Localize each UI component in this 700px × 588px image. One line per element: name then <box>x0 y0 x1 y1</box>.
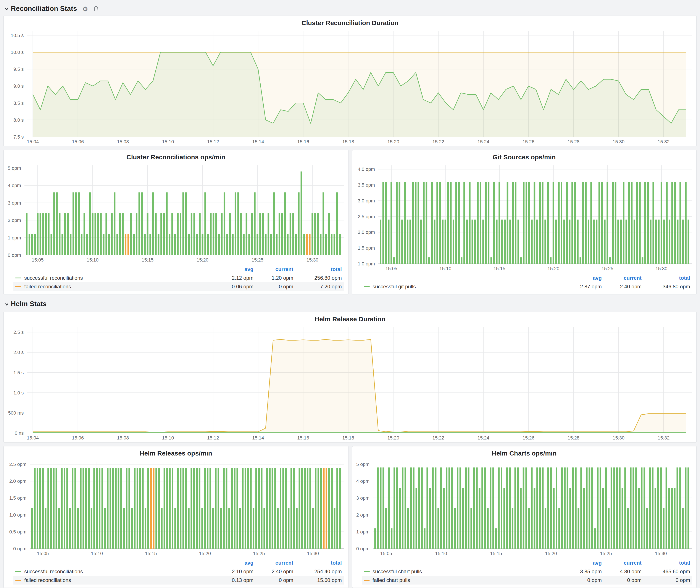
svg-text:2.0 s: 2.0 s <box>13 350 24 355</box>
svg-text:1.0 s: 1.0 s <box>13 390 24 396</box>
svg-text:15:25: 15:25 <box>252 257 263 263</box>
svg-text:9.0 s: 9.0 s <box>13 83 24 89</box>
legend-series-label[interactable]: successful git pulls <box>363 284 564 290</box>
legend-value: 0 opm <box>602 577 642 583</box>
svg-text:9.5 s: 9.5 s <box>13 66 24 72</box>
legend-series-label[interactable]: failed reconciliations <box>15 577 215 583</box>
legend-row: successful reconciliations2.12 opm1.20 o… <box>13 274 344 282</box>
panel-title[interactable]: Helm Release Duration <box>4 312 696 323</box>
svg-text:4.0 opm: 4.0 opm <box>358 166 375 172</box>
legend-column-header[interactable]: total <box>642 275 690 281</box>
svg-text:15:10: 15:10 <box>91 551 103 556</box>
svg-text:15:25: 15:25 <box>600 551 612 556</box>
svg-text:2 opm: 2 opm <box>356 512 369 518</box>
legend-column-header[interactable]: current <box>253 266 293 272</box>
panel-helm-release-duration: Helm Release Duration 15:0415:0615:0815:… <box>3 312 697 443</box>
trash-icon[interactable] <box>93 6 99 12</box>
legend-column-header[interactable]: avg <box>564 560 602 566</box>
svg-text:15:28: 15:28 <box>568 435 579 441</box>
svg-text:15:12: 15:12 <box>207 435 219 441</box>
legend-series-label[interactable]: failed chart pulls <box>363 577 564 583</box>
svg-text:15:14: 15:14 <box>252 435 264 441</box>
svg-text:15:30: 15:30 <box>655 266 667 271</box>
section-reconciliation-stats[interactable]: Reconciliation Stats ⚙ <box>4 3 697 14</box>
legend-column-header[interactable]: avg <box>215 266 253 272</box>
svg-text:8.0 s: 8.0 s <box>13 117 24 123</box>
svg-text:10.0 s: 10.0 s <box>11 50 24 55</box>
legend-series-label[interactable]: successful reconciliations <box>15 569 215 575</box>
legend-series-label[interactable]: failed reconciliations <box>15 284 215 290</box>
series-color-swatch <box>15 278 21 278</box>
helm-charts-opm-chart: 15:0515:1015:1515:2015:2515:300 opm1 opm… <box>352 458 696 558</box>
svg-text:15:20: 15:20 <box>387 435 399 441</box>
svg-text:15:20: 15:20 <box>197 257 208 263</box>
svg-text:15:22: 15:22 <box>432 435 444 441</box>
svg-text:10.5 s: 10.5 s <box>11 33 24 38</box>
legend-value: 3.85 opm <box>564 569 602 575</box>
svg-text:2 opm: 2 opm <box>8 218 21 223</box>
series-color-swatch <box>363 580 369 581</box>
series-color-swatch <box>15 580 21 581</box>
svg-text:15:18: 15:18 <box>342 435 354 441</box>
svg-text:15:32: 15:32 <box>658 139 669 144</box>
legend-value: 2.40 opm <box>602 284 642 290</box>
svg-text:1.0 opm: 1.0 opm <box>9 512 27 518</box>
svg-text:15:30: 15:30 <box>307 551 319 556</box>
gear-icon[interactable]: ⚙ <box>82 5 88 12</box>
legend-value: 0.13 opm <box>215 577 253 583</box>
legend-column-header[interactable]: total <box>642 560 690 566</box>
svg-text:2.5 s: 2.5 s <box>13 330 24 335</box>
section-helm-stats[interactable]: Helm Stats <box>4 299 697 309</box>
panel-title[interactable]: Cluster Reconciliation Duration <box>4 16 696 27</box>
legend-value: 346.80 opm <box>642 284 690 290</box>
panel-title[interactable]: Cluster Reconciliations ops/min <box>4 150 348 162</box>
panel-title[interactable]: Helm Charts ops/min <box>352 446 696 458</box>
svg-text:15:15: 15:15 <box>490 551 502 556</box>
helm-charts-opm-svg: 15:0515:1015:1515:2015:2515:300 opm1 opm… <box>352 458 696 558</box>
legend-value: 2.12 opm <box>215 275 253 281</box>
chevron-down-icon <box>4 302 9 306</box>
panel-title[interactable]: Helm Releases ops/min <box>4 446 348 458</box>
svg-text:15:32: 15:32 <box>658 435 669 441</box>
legend-header: avgcurrenttotal <box>362 274 692 282</box>
svg-text:7.5 s: 7.5 s <box>13 134 24 140</box>
git-sources-opm-chart: 15:0515:1015:1515:2015:2515:301.0 opm1.5… <box>352 162 696 273</box>
svg-text:500 ms: 500 ms <box>8 410 24 416</box>
svg-text:15:10: 15:10 <box>87 257 98 263</box>
svg-text:15:05: 15:05 <box>32 257 44 263</box>
legend-column-header[interactable]: avg <box>215 560 253 566</box>
svg-text:15:25: 15:25 <box>601 266 613 271</box>
legend-column-header[interactable]: total <box>293 560 342 566</box>
legend-column-header[interactable]: current <box>602 275 642 281</box>
helm-releases-opm-svg: 15:0515:1015:1515:2015:2515:300 opm0.5 o… <box>4 458 348 558</box>
legend-column-header[interactable]: total <box>293 266 342 272</box>
svg-text:15:20: 15:20 <box>387 139 399 144</box>
svg-text:15:30: 15:30 <box>655 551 667 556</box>
svg-text:1 opm: 1 opm <box>8 235 21 241</box>
legend-series-label[interactable]: successful reconciliations <box>15 275 215 281</box>
legend-value: 256.80 opm <box>293 275 342 281</box>
legend-row: failed chart pulls0 opm0 opm0 opm <box>362 576 692 585</box>
svg-text:15:14: 15:14 <box>252 139 264 144</box>
legend-column-header[interactable]: avg <box>564 275 602 281</box>
legend-value: 1.20 opm <box>253 275 293 281</box>
legend-value: 465.60 opm <box>642 569 690 575</box>
git-sources-opm-svg: 15:0515:1015:1515:2015:2515:301.0 opm1.5… <box>352 162 696 273</box>
svg-text:1 opm: 1 opm <box>356 529 369 535</box>
chevron-down-icon <box>4 6 9 11</box>
svg-text:15:24: 15:24 <box>477 435 489 441</box>
panel-title[interactable]: Git Sources ops/min <box>352 150 696 162</box>
svg-text:0 ns: 0 ns <box>15 430 24 436</box>
dashboard: Reconciliation Stats ⚙ Cluster Reconcili… <box>0 0 700 588</box>
svg-text:15:26: 15:26 <box>523 435 534 441</box>
series-color-swatch <box>363 571 369 572</box>
svg-text:15:08: 15:08 <box>117 139 129 144</box>
svg-text:2.5 opm: 2.5 opm <box>9 462 27 467</box>
svg-text:15:20: 15:20 <box>547 266 559 271</box>
svg-text:15:28: 15:28 <box>568 139 579 144</box>
legend-series-label[interactable]: successful chart pulls <box>363 569 564 575</box>
legend-value: 254.40 opm <box>293 569 342 575</box>
legend-column-header[interactable]: current <box>253 560 293 566</box>
legend-column-header[interactable]: current <box>602 560 642 566</box>
svg-text:15:26: 15:26 <box>523 139 534 144</box>
